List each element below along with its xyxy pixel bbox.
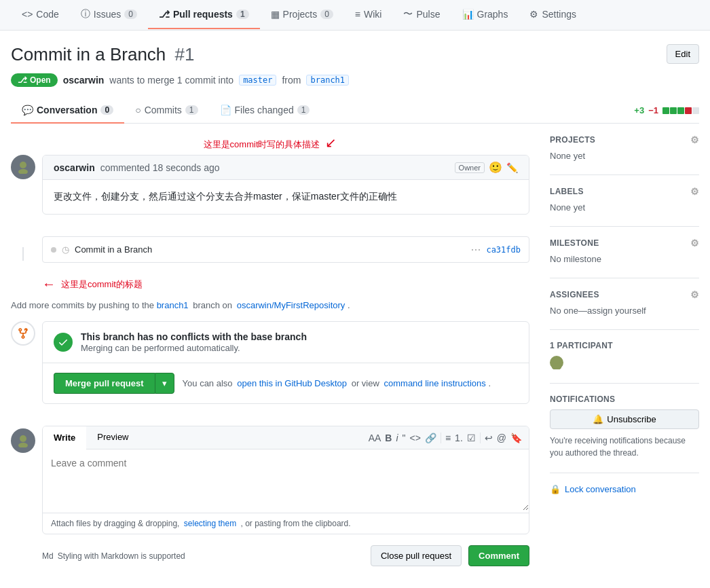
assignees-gear-icon[interactable]: ⚙ [690, 289, 699, 300]
svg-point-4 [553, 357, 560, 364]
nav-graphs[interactable]: 📊 Graphs [451, 1, 519, 29]
merge-actions: Merge pull request ▾ You can also open t… [43, 363, 529, 403]
branch-link[interactable]: branch1 [157, 300, 189, 310]
pr-title: Commit in a Branch #1 [11, 44, 194, 65]
svg-point-1 [18, 169, 28, 174]
reply-icon[interactable]: ↩ [485, 433, 493, 443]
comment-toolbar: AA B i " <> 🔗 ≡ 1. ☑ [362, 426, 529, 449]
annotation-arrow: ↙ [325, 135, 337, 150]
unordered-list-icon[interactable]: ≡ [445, 433, 451, 443]
text-size-icon[interactable]: AA [369, 433, 381, 443]
graphs-icon: 📊 [462, 9, 474, 20]
conversation-icon: 💬 [22, 105, 33, 115]
sidebar-lock: 🔒 Lock conversation [550, 473, 699, 494]
comment-area-tabs: Write Preview AA B i " <> 🔗 [43, 426, 529, 449]
target-branch[interactable]: master [239, 75, 276, 86]
commit-line [22, 247, 24, 261]
diff-sq-green3 [677, 107, 684, 114]
nav-issues[interactable]: ⓘ Issues 0 [70, 0, 148, 30]
sidebar-projects: Projects ⚙ None yet [550, 134, 699, 161]
nav-settings[interactable]: ⚙ Settings [519, 1, 587, 29]
notification-text: You're receiving notifications because y… [550, 435, 699, 459]
link-icon[interactable]: 🔗 [425, 433, 436, 443]
nav-pull-requests[interactable]: ⎇ Pull requests 1 [148, 1, 260, 29]
repo-link[interactable]: oscarwin/MyFirstRepository [237, 300, 345, 310]
sidebar-notifications: Notifications 🔔 Unsubscribe You're recei… [550, 383, 699, 459]
bell-icon: 🔔 [593, 414, 603, 424]
sidebar: Projects ⚙ None yet Labels ⚙ None yet Mi… [550, 134, 699, 588]
pr-tabs: 💬 Conversation 0 ○ Commits 1 📄 Files cha… [11, 98, 699, 124]
participant-avatar-1 [550, 356, 563, 369]
comment-row: oscarwin commented 18 seconds ago Owner … [11, 155, 529, 225]
code-icon-toolbar[interactable]: <> [410, 433, 421, 443]
merge-btn-group: Merge pull request ▾ [54, 373, 174, 394]
write-comment-row: Write Preview AA B i " <> 🔗 [11, 426, 529, 577]
main-container: Commit in a Branch #1 Edit ⎇ Open oscarw… [0, 31, 710, 588]
nav-code[interactable]: <> Code [11, 1, 70, 29]
command-line-link[interactable]: command line instructions [384, 378, 486, 388]
sidebar-projects-title: Projects [550, 135, 595, 145]
edit-comment-button[interactable]: ✏️ [506, 162, 518, 173]
diff-sq-green2 [670, 107, 677, 114]
content-main: 这里是commit时写的具体描述 ↙ oscarwin commented 18… [11, 134, 529, 588]
unsubscribe-button[interactable]: 🔔 Unsubscribe [550, 409, 699, 429]
sidebar-milestone-value: No milestone [550, 254, 699, 264]
close-pull-request-button[interactable]: Close pull request [371, 545, 462, 566]
commit-hash[interactable]: ca31fdb [486, 245, 521, 255]
preview-tab[interactable]: Preview [86, 426, 139, 449]
task-list-icon[interactable]: ☑ [467, 433, 476, 443]
merge-check-icon [54, 333, 73, 352]
italic-icon[interactable]: i [396, 433, 398, 443]
lock-icon: 🔒 [550, 484, 561, 494]
tab-files-changed[interactable]: 📄 Files changed 1 [209, 98, 321, 124]
sidebar-milestone-title: Milestone [550, 238, 599, 248]
comment-card: oscarwin commented 18 seconds ago Owner … [42, 155, 529, 215]
pulse-icon: 〜 [403, 8, 413, 20]
comment-area: Write Preview AA B i " <> 🔗 [42, 426, 529, 534]
code-icon: <> [22, 9, 33, 20]
avatar [11, 155, 35, 179]
sidebar-participants: 1 participant [550, 329, 699, 369]
write-tab[interactable]: Write [43, 426, 86, 449]
commit-ellipsis: ··· [470, 242, 481, 257]
lock-conversation[interactable]: 🔒 Lock conversation [550, 484, 699, 494]
nav-wiki[interactable]: ≡ Wiki [344, 1, 393, 29]
merge-pull-request-button[interactable]: Merge pull request [54, 373, 155, 394]
emoji-button[interactable]: 🙂 [489, 161, 502, 174]
merge-status: This branch has no conflicts with the ba… [43, 322, 529, 363]
svg-point-2 [20, 435, 26, 442]
comment-footer: Attach files by dragging & dropping, sel… [43, 513, 529, 534]
milestone-gear-icon[interactable]: ⚙ [690, 238, 699, 249]
merge-status-sub: Merging can be performed automatically. [81, 343, 240, 353]
tab-commits[interactable]: ○ Commits 1 [124, 98, 208, 124]
comment-author: oscarwin [54, 162, 95, 173]
commit-annotation-arrow: ← [42, 276, 56, 292]
comment-button[interactable]: Comment [468, 545, 529, 566]
open-icon: ⎇ [18, 75, 27, 85]
quote-icon[interactable]: " [403, 433, 406, 443]
edit-button[interactable]: Edit [667, 44, 699, 64]
open-desktop-link[interactable]: open this in GitHub Desktop [237, 378, 347, 388]
sidebar-notifications-title: Notifications [550, 394, 615, 404]
files-icon: 📄 [220, 105, 231, 115]
select-files-link[interactable]: selecting them [184, 519, 236, 528]
tab-conversation[interactable]: 💬 Conversation 0 [11, 98, 124, 124]
nav-projects[interactable]: ▦ Projects 0 [260, 1, 344, 29]
sidebar-projects-value: None yet [550, 151, 699, 161]
ordered-list-icon[interactable]: 1. [455, 433, 463, 443]
diff-bar [662, 107, 699, 114]
merge-actions-text: You can also open this in GitHub Desktop… [183, 378, 491, 388]
bookmark-icon[interactable]: 🔖 [510, 433, 522, 443]
source-branch[interactable]: branch1 [306, 75, 349, 86]
projects-badge: 0 [320, 10, 333, 19]
projects-gear-icon[interactable]: ⚙ [690, 134, 699, 145]
comment-input[interactable] [43, 449, 529, 511]
mention-icon[interactable]: @ [497, 433, 506, 443]
merge-dropdown-button[interactable]: ▾ [155, 373, 174, 394]
bold-icon[interactable]: B [385, 433, 392, 443]
commit-item: ◷ Commit in a Branch ··· ca31fdb [42, 236, 529, 263]
diff-stats: +3 −1 [634, 105, 699, 115]
nav-pulse[interactable]: 〜 Pulse [392, 0, 451, 30]
labels-gear-icon[interactable]: ⚙ [690, 186, 699, 197]
merge-row: This branch has no conflicts with the ba… [11, 321, 529, 415]
